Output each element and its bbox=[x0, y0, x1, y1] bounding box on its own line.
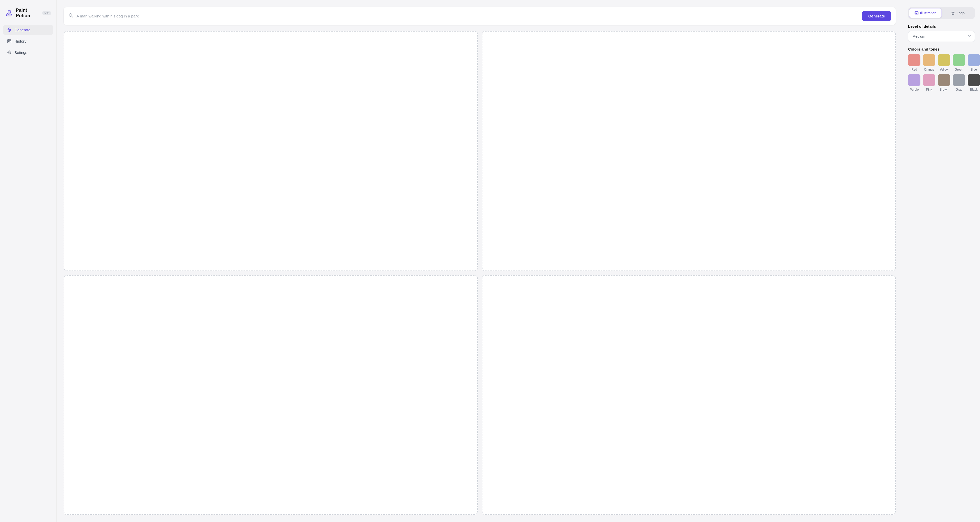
sidebar-item-history-label: History bbox=[14, 39, 27, 43]
type-tabs: Illustration Logo bbox=[908, 7, 975, 19]
sidebar-item-history[interactable]: History bbox=[3, 36, 53, 46]
color-swatch-green bbox=[953, 54, 965, 66]
image-placeholder-3 bbox=[64, 275, 478, 515]
color-label-yellow: Yellow bbox=[940, 68, 948, 71]
svg-point-9 bbox=[69, 14, 72, 16]
details-select-wrapper: Low Medium High bbox=[908, 31, 975, 42]
color-label-red: Red bbox=[912, 68, 917, 71]
colors-section: Colors and tones RedOrangeYellowGreenBlu… bbox=[908, 47, 975, 91]
color-grid: RedOrangeYellowGreenBluePurplePinkBrownG… bbox=[908, 54, 975, 91]
color-swatch-red bbox=[908, 54, 920, 66]
sidebar-logo: Paint Potion beta bbox=[0, 5, 56, 25]
color-item-orange[interactable]: Orange bbox=[923, 54, 935, 71]
svg-point-8 bbox=[9, 52, 10, 53]
color-swatch-gray bbox=[953, 74, 965, 86]
history-icon bbox=[7, 38, 12, 44]
level-of-details-section: Level of details Low Medium High bbox=[908, 24, 975, 42]
color-item-brown[interactable]: Brown bbox=[938, 74, 950, 91]
right-panel: Illustration Logo Level of details Low M… bbox=[903, 0, 980, 522]
svg-point-11 bbox=[916, 12, 916, 13]
svg-rect-7 bbox=[10, 41, 10, 42]
color-label-purple: Purple bbox=[910, 88, 919, 91]
color-swatch-black bbox=[968, 74, 980, 86]
app-logo-icon bbox=[5, 8, 13, 18]
color-item-pink[interactable]: Pink bbox=[923, 74, 935, 91]
color-item-gray[interactable]: Gray bbox=[953, 74, 965, 91]
tab-illustration-label: Illustration bbox=[920, 11, 937, 15]
sidebar: Paint Potion beta Generate bbox=[0, 0, 57, 522]
tab-illustration[interactable]: Illustration bbox=[909, 8, 942, 18]
details-select[interactable]: Low Medium High bbox=[908, 31, 975, 42]
color-swatch-pink bbox=[923, 74, 935, 86]
color-label-gray: Gray bbox=[956, 88, 962, 91]
image-placeholder-2 bbox=[482, 31, 896, 271]
app-name: Paint Potion bbox=[16, 8, 40, 19]
generate-button[interactable]: Generate bbox=[862, 11, 891, 21]
generate-icon bbox=[7, 27, 12, 32]
color-label-green: Green bbox=[955, 68, 963, 71]
color-label-orange: Orange bbox=[924, 68, 934, 71]
svg-point-2 bbox=[10, 14, 10, 15]
sidebar-item-settings[interactable]: Setings bbox=[3, 47, 53, 57]
sidebar-item-generate-label: Generate bbox=[14, 28, 30, 32]
color-swatch-orange bbox=[923, 54, 935, 66]
color-swatch-brown bbox=[938, 74, 950, 86]
beta-badge: beta bbox=[42, 11, 51, 15]
svg-rect-0 bbox=[8, 10, 11, 11]
sidebar-nav: Generate History bbox=[0, 25, 56, 57]
color-item-green[interactable]: Green bbox=[953, 54, 965, 71]
search-container: Generate bbox=[64, 7, 896, 25]
tab-logo[interactable]: Logo bbox=[942, 8, 974, 18]
svg-point-1 bbox=[8, 14, 9, 14]
svg-point-3 bbox=[9, 13, 10, 14]
color-item-blue[interactable]: Blue bbox=[968, 54, 980, 71]
color-swatch-blue bbox=[968, 54, 980, 66]
main-content: Generate bbox=[57, 0, 903, 522]
logo-icon bbox=[951, 11, 955, 15]
settings-icon bbox=[7, 50, 12, 55]
svg-rect-5 bbox=[8, 40, 11, 43]
svg-rect-6 bbox=[8, 41, 9, 42]
color-swatch-purple bbox=[908, 74, 920, 86]
sidebar-item-settings-label: Setings bbox=[14, 50, 27, 55]
color-swatch-yellow bbox=[938, 54, 950, 66]
search-input[interactable] bbox=[76, 14, 859, 18]
image-placeholder-1 bbox=[64, 31, 478, 271]
svg-point-4 bbox=[9, 30, 10, 31]
color-item-yellow[interactable]: Yellow bbox=[938, 54, 950, 71]
illustration-icon bbox=[915, 11, 919, 15]
color-item-purple[interactable]: Purple bbox=[908, 74, 920, 91]
color-item-black[interactable]: Black bbox=[968, 74, 980, 91]
color-item-red[interactable]: Red bbox=[908, 54, 920, 71]
color-label-pink: Pink bbox=[926, 88, 932, 91]
level-of-details-label: Level of details bbox=[908, 24, 975, 29]
color-label-black: Black bbox=[970, 88, 977, 91]
search-icon bbox=[68, 13, 73, 19]
sidebar-item-generate[interactable]: Generate bbox=[3, 25, 53, 35]
image-grid bbox=[64, 31, 896, 515]
color-label-blue: Blue bbox=[971, 68, 977, 71]
image-placeholder-4 bbox=[482, 275, 896, 515]
colors-label: Colors and tones bbox=[908, 47, 975, 51]
color-label-brown: Brown bbox=[940, 88, 948, 91]
tab-logo-label: Logo bbox=[957, 11, 964, 15]
